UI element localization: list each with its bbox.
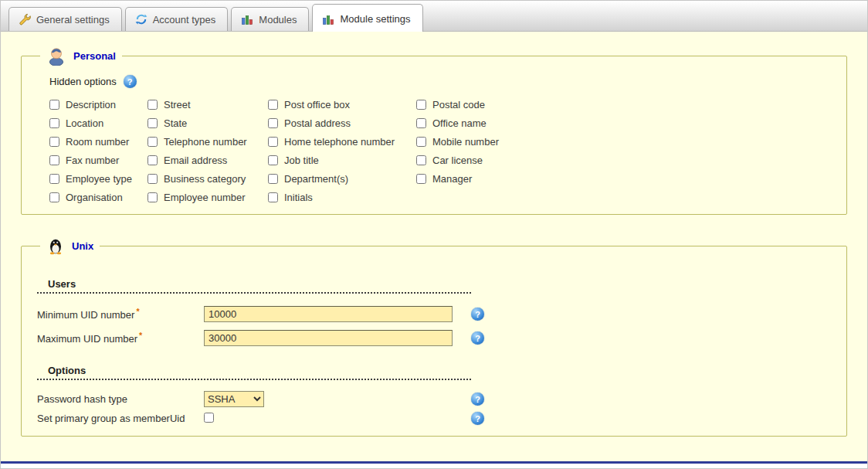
hidden-option-item[interactable]: Fax number: [49, 155, 147, 166]
hidden-option-label: Location: [66, 117, 103, 129]
member-uid-checkbox[interactable]: [204, 413, 214, 423]
hidden-option-item[interactable]: Location: [49, 117, 147, 129]
password-hash-cell: SSHA: [204, 391, 460, 407]
hidden-option-checkbox[interactable]: [268, 155, 278, 165]
person-icon: [46, 46, 66, 66]
hidden-option-label: Department(s): [284, 173, 348, 185]
unix-legend-label: Unix: [72, 240, 93, 252]
hidden-option-checkbox[interactable]: [268, 118, 278, 128]
hidden-options-row: Hidden options: [49, 75, 834, 88]
hidden-option-item[interactable]: Employee number: [147, 192, 268, 203]
hidden-option-checkbox[interactable]: [416, 137, 426, 147]
hidden-option-label: Initials: [284, 192, 313, 203]
hidden-option-checkbox[interactable]: [147, 192, 158, 202]
hidden-option-label: Home telephone number: [284, 136, 395, 148]
help-icon[interactable]: [471, 331, 484, 345]
max-uid-input[interactable]: [204, 330, 453, 346]
footer-divider: [1, 461, 867, 464]
hidden-option-label: Manager: [432, 173, 472, 185]
hidden-option-checkbox[interactable]: [147, 100, 158, 110]
hidden-options-label: Hidden options: [49, 76, 117, 87]
help-icon[interactable]: [471, 412, 484, 425]
tab-general-settings[interactable]: General settings: [8, 7, 122, 31]
hidden-option-checkbox[interactable]: [416, 155, 426, 165]
hidden-option-item[interactable]: Initials: [268, 192, 416, 203]
member-uid-row: Set primary group as memberUid: [37, 412, 834, 425]
help-icon[interactable]: [471, 393, 484, 406]
hidden-option-item[interactable]: Job title: [268, 155, 416, 166]
hidden-option-label: Office name: [432, 117, 487, 129]
tux-penguin-icon: [46, 235, 65, 257]
min-uid-input[interactable]: [204, 306, 453, 322]
users-section-heading: Users: [37, 278, 471, 294]
unix-legend: Unix: [40, 235, 100, 257]
hidden-option-label: Postal address: [284, 117, 351, 129]
hidden-option-item[interactable]: Employee type: [49, 173, 147, 185]
personal-fieldset: Personal Hidden options Description Stre…: [21, 46, 847, 215]
hidden-option-label: State: [164, 117, 187, 129]
max-uid-row: Maximum UID number: [37, 330, 834, 346]
hidden-option-checkbox[interactable]: [268, 100, 278, 110]
hidden-option-label: Mobile number: [432, 136, 499, 148]
wrench-icon: [19, 13, 31, 25]
member-uid-cell: [204, 413, 460, 425]
hidden-option-checkbox[interactable]: [416, 100, 426, 110]
max-uid-label: Maximum UID number: [37, 331, 204, 345]
help-icon[interactable]: [471, 308, 484, 321]
hidden-option-checkbox[interactable]: [147, 174, 158, 184]
module-settings-icon: [322, 13, 334, 25]
hidden-option-label: Email address: [164, 155, 227, 166]
hidden-option-item[interactable]: Room number: [49, 136, 147, 148]
hidden-option-checkbox[interactable]: [416, 118, 426, 128]
tab-module-settings[interactable]: Module settings: [312, 4, 422, 32]
hidden-option-item[interactable]: Postal code: [416, 99, 571, 110]
hidden-option-label: Job title: [284, 155, 319, 166]
hidden-option-item[interactable]: Car license: [416, 155, 571, 166]
hidden-option-checkbox[interactable]: [147, 137, 158, 147]
tab-account-types[interactable]: Account types: [125, 7, 229, 31]
tab-modules[interactable]: Modules: [231, 7, 309, 31]
unix-fieldset: Unix Users Minimum UID number Maximum UI…: [21, 235, 847, 437]
hidden-option-item[interactable]: Email address: [147, 155, 268, 166]
hidden-option-label: Employee number: [164, 192, 246, 203]
hidden-option-checkbox[interactable]: [49, 118, 59, 128]
min-uid-label: Minimum UID number: [37, 307, 204, 321]
hidden-option-item[interactable]: Office name: [416, 117, 571, 129]
modules-icon: [241, 13, 253, 25]
hidden-option-item[interactable]: Manager: [416, 173, 571, 185]
hidden-option-checkbox[interactable]: [268, 137, 278, 147]
hidden-option-item[interactable]: Organisation: [49, 192, 147, 203]
account-types-icon: [135, 13, 147, 25]
hidden-option-checkbox[interactable]: [147, 118, 158, 128]
hidden-option-checkbox[interactable]: [49, 155, 59, 165]
hidden-option-label: Business category: [164, 173, 246, 185]
hidden-option-checkbox[interactable]: [268, 174, 278, 184]
hidden-option-checkbox[interactable]: [416, 174, 426, 184]
hidden-option-item[interactable]: Street: [147, 99, 268, 110]
hidden-option-checkbox[interactable]: [268, 192, 278, 202]
hidden-option-item[interactable]: Postal address: [268, 117, 416, 129]
tab-bar: General settings Account types Modules M…: [1, 1, 867, 32]
hidden-option-item[interactable]: State: [147, 117, 268, 129]
hidden-option-label: Room number: [66, 136, 129, 148]
hidden-option-label: Postal code: [432, 99, 485, 110]
hidden-option-checkbox[interactable]: [49, 192, 59, 202]
help-icon[interactable]: [124, 75, 137, 88]
hidden-option-item[interactable]: Post office box: [268, 99, 416, 110]
hidden-option-item[interactable]: Department(s): [268, 173, 416, 185]
member-uid-label: Set primary group as memberUid: [37, 413, 204, 424]
hidden-option-item[interactable]: Business category: [147, 173, 268, 185]
password-hash-select[interactable]: SSHA: [204, 391, 264, 407]
tab-label: Modules: [259, 14, 297, 25]
hidden-option-checkbox[interactable]: [49, 100, 59, 110]
hidden-option-checkbox[interactable]: [147, 155, 158, 165]
hidden-option-item[interactable]: Mobile number: [416, 136, 571, 148]
hidden-option-item[interactable]: Description: [49, 99, 147, 110]
hidden-option-checkbox[interactable]: [49, 137, 59, 147]
hidden-option-label: Telephone number: [164, 136, 247, 148]
content: Personal Hidden options Description Stre…: [1, 32, 867, 463]
hidden-option-item[interactable]: Home telephone number: [268, 136, 416, 148]
hidden-option-checkbox[interactable]: [49, 174, 59, 184]
personal-legend: Personal: [40, 46, 122, 66]
hidden-option-item[interactable]: Telephone number: [147, 136, 268, 148]
